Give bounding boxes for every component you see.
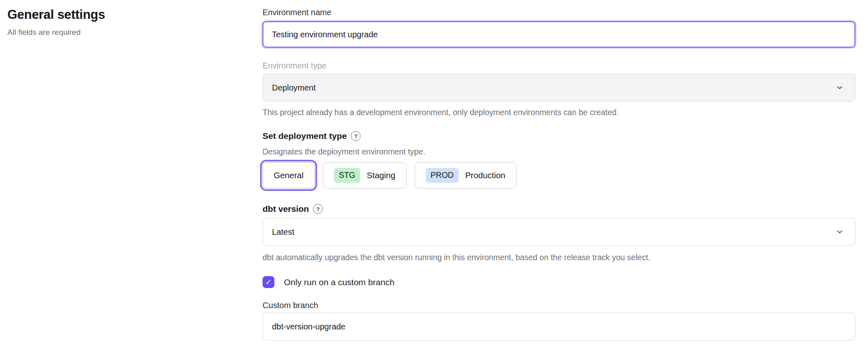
chevron-down-icon <box>835 227 844 236</box>
environment-type-helper: This project already has a development e… <box>263 107 855 118</box>
deployment-type-helper: Designates the deployment environment ty… <box>263 146 855 157</box>
deployment-type-label-text: Set deployment type <box>263 130 347 142</box>
environment-type-label: Environment type <box>263 60 855 71</box>
deployment-type-label: Set deployment type ? <box>263 130 855 142</box>
custom-branch-checkbox[interactable]: ✓ <box>263 276 274 288</box>
general-button-label: General <box>274 170 304 180</box>
dbt-version-value: Latest <box>272 227 294 237</box>
environment-type-value: Deployment <box>272 83 316 93</box>
environment-name-label: Environment name <box>263 7 855 18</box>
page-subtitle: All fields are required <box>7 28 263 37</box>
chevron-down-icon <box>835 83 844 92</box>
help-icon[interactable]: ? <box>313 204 323 214</box>
deployment-type-options: General STG Staging PROD Production <box>263 162 855 188</box>
environment-type-select: Deployment <box>263 74 855 102</box>
production-button-label: Production <box>465 170 505 180</box>
deployment-type-staging-button[interactable]: STG Staging <box>323 162 407 188</box>
custom-branch-checkbox-label: Only run on a custom branch <box>284 277 395 287</box>
custom-branch-checkbox-row[interactable]: ✓ Only run on a custom branch <box>263 276 855 288</box>
staging-button-label: Staging <box>367 170 395 180</box>
staging-badge: STG <box>334 168 360 182</box>
help-icon[interactable]: ? <box>351 131 361 141</box>
dbt-version-label-text: dbt version <box>263 203 309 215</box>
settings-intro: General settings All fields are required <box>7 4 263 340</box>
dbt-version-label: dbt version ? <box>263 203 855 215</box>
dbt-version-select[interactable]: Latest <box>263 218 855 246</box>
custom-branch-label: Custom branch <box>263 300 855 311</box>
page-title: General settings <box>7 7 263 23</box>
custom-branch-input[interactable] <box>263 313 855 340</box>
deployment-type-production-button[interactable]: PROD Production <box>415 162 516 188</box>
production-badge: PROD <box>426 168 459 182</box>
dbt-version-helper: dbt automatically upgrades the dbt versi… <box>263 252 855 263</box>
deployment-type-general-button[interactable]: General <box>263 162 315 188</box>
environment-name-input[interactable] <box>263 21 855 48</box>
general-settings-page: General settings All fields are required… <box>0 0 868 340</box>
environment-settings-form: Environment name Environment type Deploy… <box>263 4 855 340</box>
